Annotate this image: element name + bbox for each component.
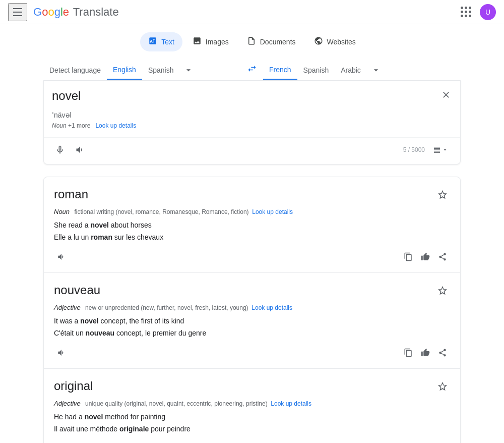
- tab-images-label: Images: [206, 38, 229, 46]
- logo[interactable]: Google Translate: [33, 6, 119, 19]
- tab-images[interactable]: Images: [184, 32, 237, 51]
- target-lang-more[interactable]: [367, 61, 385, 79]
- speaker-button[interactable]: [72, 142, 88, 158]
- documents-icon: [247, 36, 256, 47]
- look-up-link[interactable]: Look up details: [95, 122, 136, 129]
- look-up-original[interactable]: Look up details: [271, 400, 311, 407]
- share-original-button[interactable]: [435, 440, 450, 443]
- swap-languages-button[interactable]: [243, 60, 261, 80]
- source-lang-more[interactable]: [179, 61, 198, 79]
- thumbs-nouveau-button[interactable]: [418, 345, 433, 360]
- target-lang-arabic[interactable]: Arabic: [335, 61, 367, 79]
- tab-text-label: Text: [161, 38, 174, 46]
- pos-info: Noun +1 more Look up details: [52, 122, 452, 129]
- source-lang-spanish[interactable]: Spanish: [142, 61, 180, 79]
- result-actions-roman: [54, 249, 450, 264]
- format-button[interactable]: [429, 144, 452, 156]
- result-word-roman: roman: [54, 187, 450, 204]
- result-actions-nouveau: [54, 345, 450, 360]
- look-up-nouveau[interactable]: Look up details: [251, 304, 292, 311]
- input-text[interactable]: novel: [52, 89, 452, 109]
- star-original-button[interactable]: [435, 379, 450, 396]
- target-lang-bar: French Spanish Arabic: [263, 61, 461, 80]
- hamburger-menu[interactable]: [8, 3, 27, 21]
- language-bar: Detect language English Spanish French S…: [43, 60, 461, 81]
- share-nouveau-button[interactable]: [435, 345, 450, 360]
- result-actions-original: [54, 440, 450, 443]
- result-item-roman: roman Noun fictional writing (novel, rom…: [44, 177, 460, 273]
- result-meta-nouveau: Adjective new or unpredented (new, furth…: [54, 304, 450, 311]
- copy-original-button[interactable]: [401, 440, 416, 443]
- speaker-roman-button[interactable]: [54, 249, 69, 264]
- results-box: roman Noun fictional writing (novel, rom…: [43, 177, 461, 443]
- mode-tabs: Text Images Documents Websites: [43, 32, 461, 51]
- tab-websites[interactable]: Websites: [306, 32, 364, 51]
- translate-box: novel ˈnävəl Noun +1 more Look up detail…: [43, 81, 461, 164]
- speaker-nouveau-button[interactable]: [54, 345, 69, 360]
- look-up-roman[interactable]: Look up details: [252, 208, 293, 215]
- clear-button[interactable]: [438, 87, 454, 103]
- input-actions-left: [52, 142, 88, 158]
- result-word-nouveau: nouveau: [54, 283, 450, 300]
- header: Google Translate U: [0, 0, 504, 24]
- tab-documents[interactable]: Documents: [239, 32, 304, 51]
- result-meta-original: Adjective unique quality (original, nove…: [54, 400, 450, 407]
- pos-label: Noun: [52, 122, 67, 129]
- phonetic-text: ˈnävəl: [52, 111, 452, 119]
- star-roman-button[interactable]: [435, 187, 450, 204]
- source-lang-english[interactable]: English: [107, 61, 142, 80]
- tab-websites-label: Websites: [327, 38, 356, 46]
- copy-nouveau-button[interactable]: [401, 345, 416, 360]
- thumbs-roman-button[interactable]: [418, 249, 433, 264]
- result-item-nouveau: nouveau Adjective new or unpredented (ne…: [44, 273, 460, 369]
- header-left: Google Translate: [8, 3, 119, 21]
- tab-documents-label: Documents: [260, 38, 296, 46]
- text-icon: [148, 36, 157, 47]
- target-lang-french[interactable]: French: [263, 61, 297, 80]
- result-example-nouveau-src: It was a novel concept, the first of its…: [54, 315, 450, 326]
- logo-translate-text: Translate: [70, 6, 119, 19]
- result-example-nouveau-tgt: C'était un nouveau concept, le premier d…: [54, 327, 450, 339]
- mic-button[interactable]: [52, 142, 68, 158]
- target-lang-spanish[interactable]: Spanish: [297, 61, 335, 79]
- avatar[interactable]: U: [480, 4, 496, 20]
- thumbs-original-button[interactable]: [418, 440, 433, 443]
- result-item-original: original Adjective unique quality (origi…: [44, 369, 460, 443]
- source-lang-detect[interactable]: Detect language: [43, 61, 107, 79]
- main-content: Text Images Documents Websites Detect la…: [35, 24, 469, 443]
- images-icon: [193, 36, 202, 47]
- tab-text[interactable]: Text: [140, 32, 182, 51]
- share-roman-button[interactable]: [435, 249, 450, 264]
- result-meta-roman: Noun fictional writing (novel, romance, …: [54, 208, 450, 215]
- result-example-roman-tgt: Elle a lu un roman sur les chevaux: [54, 232, 450, 243]
- copy-roman-button[interactable]: [401, 249, 416, 264]
- input-actions: 5 / 5000: [44, 137, 460, 164]
- websites-icon: [314, 36, 323, 47]
- pos-more: +1 more: [68, 122, 90, 129]
- logo-google: Google: [33, 6, 69, 19]
- header-right: U: [456, 2, 496, 22]
- input-area: novel ˈnävəl Noun +1 more Look up detail…: [44, 81, 460, 133]
- star-nouveau-button[interactable]: [435, 283, 450, 300]
- result-example-roman-src: She read a novel about horses: [54, 219, 450, 231]
- speaker-original-button[interactable]: [54, 440, 69, 443]
- result-word-original: original: [54, 379, 450, 396]
- source-lang-bar: Detect language English Spanish: [43, 61, 241, 80]
- apps-button[interactable]: [456, 2, 476, 22]
- result-example-original-src: He had a novel method for painting: [54, 411, 450, 422]
- result-example-original-tgt: Il avait une méthode originale pour pein…: [54, 423, 450, 434]
- char-count: 5 / 5000: [403, 144, 452, 156]
